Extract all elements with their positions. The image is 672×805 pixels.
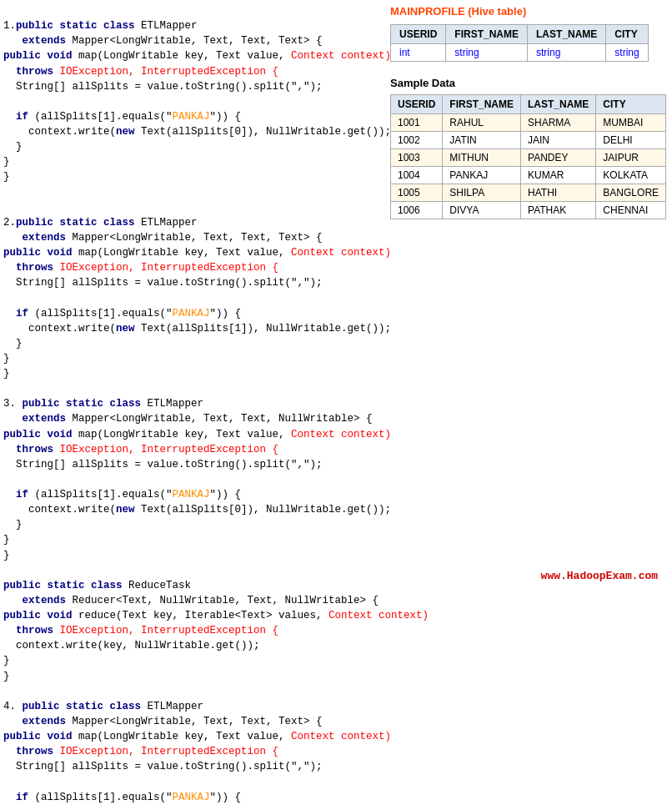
type-lastname: string: [528, 44, 606, 62]
table-row: 1004PANKAJKUMARKOLKATA: [391, 167, 666, 184]
table-row: int string string string: [391, 44, 649, 62]
sample-col-userid: USERID: [391, 95, 443, 114]
sample-col-city: CITY: [596, 95, 666, 114]
table-row: 1001RAHULSHARMAMUMBAI: [391, 114, 666, 132]
hive-table-title: MAINPROFILE (Hive table): [390, 5, 666, 18]
table-row: 1003MITHUNPANDEYJAIPUR: [391, 149, 666, 167]
sample-col-lastname: LAST_NAME: [521, 95, 596, 114]
type-userid: int: [391, 44, 446, 62]
sample-table: USERID FIRST_NAME LAST_NAME CITY 1001RAH…: [390, 94, 666, 219]
col-userid: USERID: [391, 25, 446, 44]
col-lastname: LAST_NAME: [528, 25, 606, 44]
sample-col-firstname: FIRST_NAME: [443, 95, 521, 114]
code-panel: 1.public static class ETLMapper extends …: [0, 0, 384, 805]
right-panel: MAINPROFILE (Hive table) USERID FIRST_NA…: [384, 0, 672, 805]
col-firstname: FIRST_NAME: [446, 25, 528, 44]
watermark: www.HadoopExam.com: [390, 570, 666, 582]
type-firstname: string: [446, 44, 528, 62]
type-city: string: [606, 44, 648, 62]
col-city: CITY: [606, 25, 648, 44]
table-row: 1006DIVYAPATHAKCHENNAI: [391, 202, 666, 219]
hive-table: USERID FIRST_NAME LAST_NAME CITY int str…: [390, 24, 649, 62]
table-row: 1002JATINJAINDELHI: [391, 132, 666, 149]
sample-data-title: Sample Data: [390, 77, 666, 89]
table-row: 1005SHILPAHATHIBANGLORE: [391, 184, 666, 202]
